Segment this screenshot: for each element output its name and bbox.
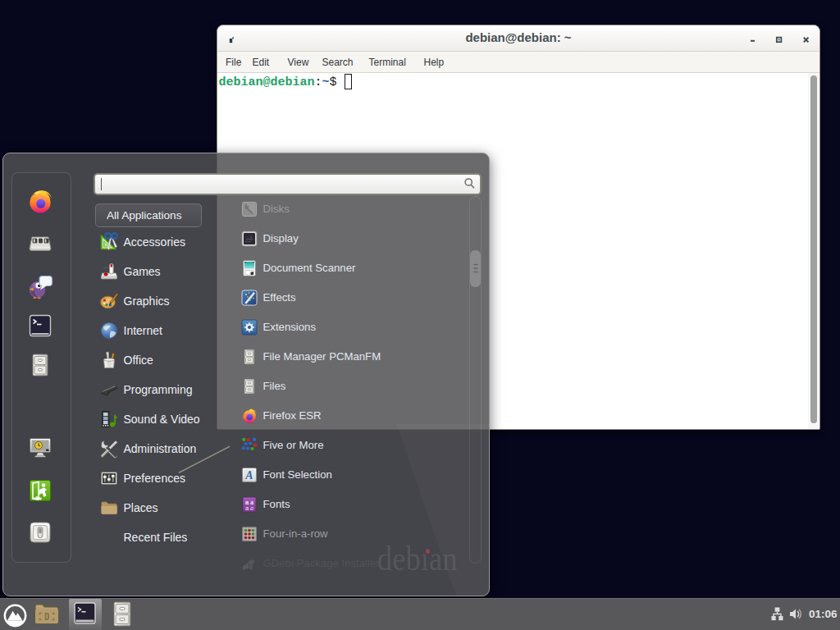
- svg-text:A: A: [244, 469, 253, 482]
- svg-text:a: a: [250, 504, 253, 512]
